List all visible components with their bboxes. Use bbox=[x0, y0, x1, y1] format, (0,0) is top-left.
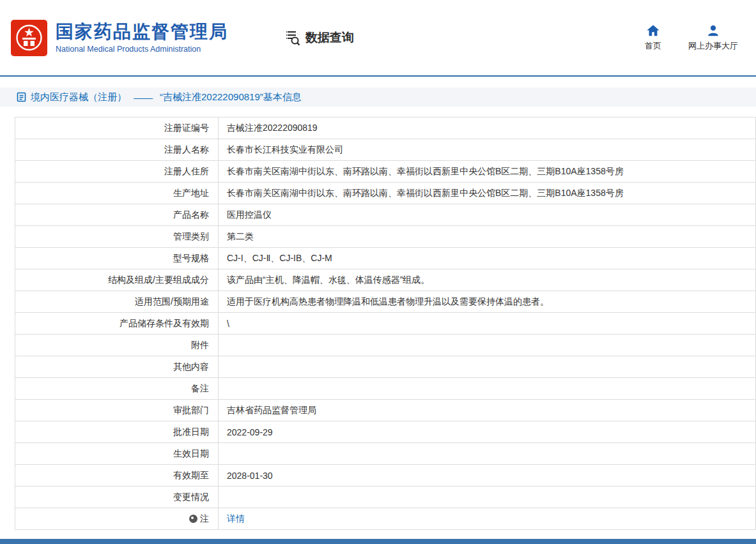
user-icon bbox=[706, 24, 720, 38]
page-header: 国家药品监督管理局 National Medical Products Admi… bbox=[0, 0, 756, 75]
table-row: 产品名称 医用控温仪 bbox=[15, 204, 755, 226]
row-label: 适用范围/预期用途 bbox=[15, 291, 219, 312]
row-value bbox=[219, 378, 755, 399]
row-value: 适用于医疗机构高热患者物理降温和低温患者物理升温以及需要保持体温的患者。 bbox=[219, 291, 755, 312]
note-icon bbox=[189, 515, 197, 523]
table-row: 生效日期 bbox=[15, 443, 755, 465]
row-label: 批准日期 bbox=[15, 421, 219, 442]
row-label: 其他内容 bbox=[15, 356, 219, 377]
row-value bbox=[219, 487, 755, 508]
row-value bbox=[219, 356, 755, 377]
table-row-note: 注 详情 bbox=[15, 508, 755, 530]
row-value: 长春市南关区南湖中街以东、南环路以南、幸福街以西新里中央公馆B区二期、三期B10… bbox=[219, 161, 755, 182]
nav-item-label: 网上办事大厅 bbox=[688, 40, 738, 52]
table-row: 型号规格 CJ-I、CJ-Ⅱ、CJ-IB、CJ-M bbox=[15, 248, 755, 269]
row-label: 有效期至 bbox=[15, 465, 219, 486]
row-value: 2028-01-30 bbox=[219, 465, 755, 486]
row-label: 产品储存条件及有效期 bbox=[15, 313, 219, 334]
table-row: 其他内容 bbox=[15, 356, 755, 378]
module-title: 数据查询 bbox=[284, 29, 354, 46]
table-row: 变更情况 bbox=[15, 487, 755, 508]
table-row: 适用范围/预期用途 适用于医疗机构高热患者物理降温和低温患者物理升温以及需要保持… bbox=[15, 291, 755, 313]
row-label: 产品名称 bbox=[15, 204, 219, 225]
row-value: 吉械注准20222090819 bbox=[219, 117, 755, 139]
row-label: 备注 bbox=[15, 378, 219, 399]
row-value bbox=[219, 443, 755, 464]
row-label: 生产地址 bbox=[15, 183, 219, 204]
table-row: 生产地址 长春市南关区南湖中街以东、南环路以南、幸福街以西新里中央公馆B区二期、… bbox=[15, 183, 755, 204]
row-value: 2022-09-29 bbox=[219, 421, 755, 442]
row-label: 生效日期 bbox=[15, 443, 219, 464]
header-divider bbox=[0, 75, 756, 77]
table-row: 审批部门 吉林省药品监督管理局 bbox=[15, 400, 755, 421]
row-label: 变更情况 bbox=[15, 487, 219, 508]
table-row: 批准日期 2022-09-29 bbox=[15, 421, 755, 443]
row-label: 审批部门 bbox=[15, 400, 219, 421]
note-label: 注 bbox=[200, 513, 209, 525]
row-value: 详情 bbox=[219, 508, 755, 529]
table-row: 附件 bbox=[15, 335, 755, 356]
footer-strip bbox=[0, 539, 756, 544]
row-value: 长春市长江科技实业有限公司 bbox=[219, 139, 755, 160]
document-icon bbox=[17, 92, 26, 102]
table-row: 注册证编号 吉械注准20222090819 bbox=[15, 117, 755, 139]
row-label: 管理类别 bbox=[15, 226, 219, 247]
org-name-en: National Medical Products Administration bbox=[56, 45, 228, 54]
org-name-cn: 国家药品监督管理局 bbox=[56, 22, 228, 42]
table-row: 结构及组成/主要组成成分 该产品由“主机、降温帽、水毯、体温传感器”组成。 bbox=[15, 269, 755, 291]
row-value: 吉林省药品监督管理局 bbox=[219, 400, 755, 421]
top-nav: 首页 网上办事大厅 bbox=[645, 24, 742, 52]
row-value: 该产品由“主机、降温帽、水毯、体温传感器”组成。 bbox=[219, 269, 755, 291]
row-value: 医用控温仪 bbox=[219, 204, 755, 225]
home-icon bbox=[646, 24, 660, 38]
row-value: 长春市南关区南湖中街以东、南环路以南、幸福街以西新里中央公馆B区二期、三期B10… bbox=[219, 183, 755, 204]
breadcrumb-category[interactable]: 境内医疗器械（注册） bbox=[31, 91, 127, 103]
row-label: 附件 bbox=[15, 335, 219, 356]
details-link[interactable]: 详情 bbox=[227, 513, 245, 525]
table-row: 有效期至 2028-01-30 bbox=[15, 465, 755, 487]
nav-item-service-hall[interactable]: 网上办事大厅 bbox=[688, 24, 738, 52]
table-row: 产品储存条件及有效期 \ bbox=[15, 313, 755, 335]
breadcrumb-separator: —— bbox=[134, 92, 153, 103]
row-label: 注册人住所 bbox=[15, 161, 219, 182]
table-row: 注册人住所 长春市南关区南湖中街以东、南环路以南、幸福街以西新里中央公馆B区二期… bbox=[15, 161, 755, 183]
module-title-label: 数据查询 bbox=[305, 29, 354, 46]
registration-detail-table: 注册证编号 吉械注准20222090819 注册人名称 长春市长江科技实业有限公… bbox=[15, 117, 756, 530]
row-label: 型号规格 bbox=[15, 248, 219, 269]
org-names: 国家药品监督管理局 National Medical Products Admi… bbox=[56, 22, 228, 53]
breadcrumb: 境内医疗器械（注册） —— “吉械注准20222090819”基本信息 bbox=[0, 87, 756, 107]
nmpa-emblem-logo bbox=[11, 20, 47, 56]
table-row: 注册人名称 长春市长江科技实业有限公司 bbox=[15, 139, 755, 161]
breadcrumb-page-title: “吉械注准20222090819”基本信息 bbox=[160, 91, 302, 103]
table-row: 备注 bbox=[15, 378, 755, 400]
row-label: 结构及组成/主要组成成分 bbox=[15, 269, 219, 291]
row-value: 第二类 bbox=[219, 226, 755, 247]
row-label: 注册人名称 bbox=[15, 139, 219, 160]
row-label: 注册证编号 bbox=[15, 117, 219, 139]
table-row: 管理类别 第二类 bbox=[15, 226, 755, 248]
row-value bbox=[219, 335, 755, 356]
data-query-icon bbox=[284, 29, 301, 46]
nav-item-label: 首页 bbox=[645, 40, 661, 52]
row-value: \ bbox=[219, 313, 755, 334]
row-value: CJ-I、CJ-Ⅱ、CJ-IB、CJ-M bbox=[219, 248, 755, 269]
row-label: 注 bbox=[15, 508, 219, 529]
nav-item-home[interactable]: 首页 bbox=[645, 24, 661, 52]
